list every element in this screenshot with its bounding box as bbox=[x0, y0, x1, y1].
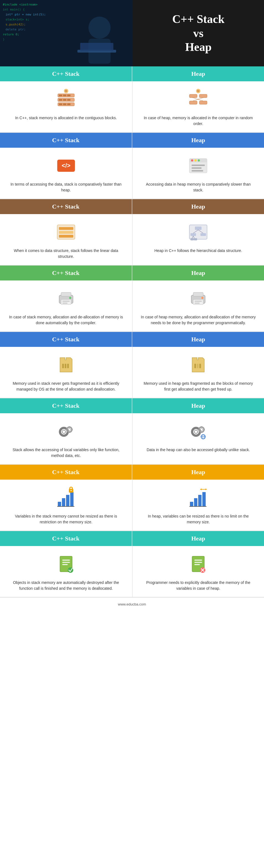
sd-card-heap-icon bbox=[186, 352, 211, 377]
section-5-left-cell: Memory used in stack never gets fragment… bbox=[0, 347, 132, 398]
code-tag-icon: </> bbox=[54, 153, 78, 178]
svg-text:#include <iostream>: #include <iostream> bbox=[3, 3, 38, 6]
svg-rect-74 bbox=[194, 364, 196, 368]
svg-point-9 bbox=[89, 17, 110, 39]
section-7-right-cell: In heap, variables can be resized as the… bbox=[132, 479, 264, 530]
svg-point-78 bbox=[62, 430, 66, 433]
section-2-right-cell: Accessing data in heap memory is compara… bbox=[132, 148, 264, 198]
svg-rect-87 bbox=[66, 429, 68, 430]
svg-point-84 bbox=[68, 429, 70, 431]
svg-rect-23 bbox=[63, 103, 66, 105]
svg-rect-16 bbox=[59, 95, 62, 96]
section-6-right-label: Heap bbox=[132, 398, 264, 413]
svg-rect-21 bbox=[67, 99, 70, 101]
svg-marker-117 bbox=[200, 489, 201, 490]
svg-marker-118 bbox=[205, 489, 207, 490]
server-auto-icon bbox=[54, 286, 78, 311]
svg-rect-105 bbox=[62, 498, 65, 506]
document-auto-destroy-icon bbox=[54, 552, 78, 577]
gear-global-icon bbox=[186, 419, 211, 444]
svg-point-110 bbox=[70, 490, 72, 491]
section-7-right-text: In heap, variables can be resized as the… bbox=[141, 514, 256, 525]
header-image: #include <iostream> int main() { int* pt… bbox=[0, 0, 133, 66]
section-7-content: Variables in the stack memory cannot be … bbox=[0, 479, 264, 531]
section-4-header: C++ Stack Heap bbox=[0, 266, 264, 280]
section-6-left-cell: Stack allows the accessing of local vari… bbox=[0, 413, 132, 464]
svg-text:int* ptr = new int(5);: int* ptr = new int(5); bbox=[5, 13, 46, 16]
svg-rect-46 bbox=[59, 227, 73, 230]
svg-rect-29 bbox=[189, 101, 197, 104]
section-5-right-text: Memory used in heap gets fragmented as t… bbox=[141, 381, 256, 392]
footer-url: www.educba.com bbox=[118, 602, 146, 606]
section-8-right-text: Programmer needs to explicitly deallocat… bbox=[141, 580, 256, 591]
section-2-content: </> In terms of accessing the data, stac… bbox=[0, 148, 264, 199]
svg-rect-43 bbox=[192, 167, 201, 169]
section-5-right-cell: Memory used in heap gets fragmented as t… bbox=[132, 347, 264, 398]
section-8-left-text: Objects in stack memory are automaticall… bbox=[8, 580, 124, 591]
document-manual-dealloc-icon bbox=[186, 552, 211, 577]
svg-point-39 bbox=[191, 159, 193, 161]
section-4-right-label: Heap bbox=[132, 266, 264, 280]
section-8-left-cell: Objects in stack memory are automaticall… bbox=[0, 546, 132, 597]
svg-text:return 0;: return 0; bbox=[3, 33, 19, 36]
section-5-right-label: Heap bbox=[132, 332, 264, 347]
svg-rect-114 bbox=[202, 492, 206, 506]
section-7-left-cell: Variables in the stack memory cannot be … bbox=[0, 479, 132, 530]
gear-local-icon bbox=[54, 419, 78, 444]
section-2-left-cell: </> In terms of accessing the data, stac… bbox=[0, 148, 132, 198]
section-8-left-label: C++ Stack bbox=[0, 531, 132, 546]
svg-rect-113 bbox=[198, 495, 201, 506]
svg-point-41 bbox=[198, 159, 200, 161]
hierarchical-structure-icon bbox=[186, 220, 211, 245]
svg-rect-92 bbox=[195, 435, 197, 437]
svg-rect-48 bbox=[59, 235, 73, 238]
svg-text:int main() {: int main() { bbox=[3, 8, 25, 11]
section-2-header: C++ Stack Heap bbox=[0, 133, 264, 148]
svg-rect-24 bbox=[67, 103, 70, 105]
svg-rect-57 bbox=[191, 238, 194, 240]
section-2-left-label: C++ Stack bbox=[0, 133, 132, 148]
footer: www.educba.com bbox=[0, 597, 264, 611]
svg-rect-122 bbox=[62, 564, 68, 565]
svg-rect-30 bbox=[199, 101, 207, 104]
svg-rect-98 bbox=[201, 431, 202, 433]
svg-rect-67 bbox=[193, 300, 203, 305]
main-title: C++ Stack vs Heap bbox=[172, 12, 225, 54]
svg-text:stack<int> s;: stack<int> s; bbox=[5, 18, 29, 21]
svg-rect-17 bbox=[63, 95, 66, 96]
section-6-right-text: Data in the heap can also be accessed gl… bbox=[146, 447, 250, 453]
svg-rect-97 bbox=[201, 426, 202, 428]
section-6-left-text: Stack allows the accessing of local vari… bbox=[8, 447, 124, 459]
svg-rect-86 bbox=[69, 431, 70, 433]
svg-rect-53 bbox=[191, 233, 196, 236]
section-5: C++ Stack Heap Memory used in stack neve… bbox=[0, 332, 264, 398]
svg-rect-111 bbox=[190, 502, 193, 506]
svg-rect-22 bbox=[59, 103, 62, 105]
svg-rect-44 bbox=[192, 170, 203, 172]
svg-text:delete ptr;: delete ptr; bbox=[5, 28, 26, 31]
svg-rect-12 bbox=[80, 43, 113, 51]
bar-chart-resize-icon bbox=[186, 485, 211, 510]
section-5-content: Memory used in stack never gets fragment… bbox=[0, 347, 264, 398]
svg-rect-79 bbox=[63, 427, 65, 429]
section-7: C++ Stack Heap bbox=[0, 465, 264, 531]
svg-rect-27 bbox=[189, 94, 197, 98]
section-2-left-text: In terms of accessing the data, stack is… bbox=[8, 182, 124, 193]
svg-point-40 bbox=[194, 159, 197, 161]
section-8-right-label: Heap bbox=[132, 531, 264, 546]
svg-rect-58 bbox=[194, 238, 197, 240]
section-3-content: When it comes to data structure, stack f… bbox=[0, 214, 264, 266]
svg-rect-91 bbox=[195, 427, 197, 429]
section-3: C++ Stack Heap When it comes to data str… bbox=[0, 199, 264, 266]
svg-rect-112 bbox=[194, 498, 197, 506]
svg-rect-42 bbox=[192, 164, 205, 166]
svg-rect-76 bbox=[199, 364, 201, 368]
section-3-left-text: When it comes to data structure, stack f… bbox=[8, 248, 124, 259]
svg-rect-47 bbox=[59, 231, 73, 234]
svg-rect-63 bbox=[63, 301, 70, 302]
svg-rect-70 bbox=[195, 303, 200, 304]
svg-point-62 bbox=[69, 297, 71, 299]
section-4-left-cell: In case of stack memory, allocation and … bbox=[0, 280, 132, 331]
section-7-right-label: Heap bbox=[132, 465, 264, 479]
svg-text:}: } bbox=[3, 38, 5, 41]
